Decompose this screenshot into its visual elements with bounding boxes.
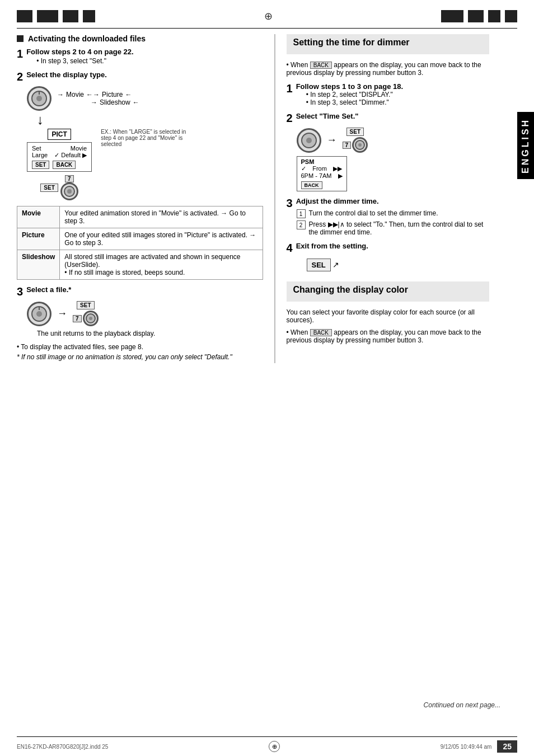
pict-screen: Set Movie Large ✓ Default ▶ SET BACK xyxy=(27,142,92,172)
svg-point-11 xyxy=(306,138,312,143)
dial-small-step3 xyxy=(83,311,99,326)
set-icon-left: SET xyxy=(40,184,58,192)
desc-picture: One of your edited still images stored i… xyxy=(60,228,263,250)
num-7-btn: 7 xyxy=(65,175,74,182)
top-bar-rect-r3 xyxy=(488,10,500,22)
left-section-title: Activating the downloaded files xyxy=(28,34,146,43)
dial-small-r2 xyxy=(352,137,368,153)
num-7-r2: 7 xyxy=(343,142,352,149)
top-bar-left xyxy=(17,10,95,22)
set-r2: SET 7 xyxy=(343,128,368,153)
dt-arrow1: → xyxy=(57,91,64,98)
r2-arrow: → xyxy=(327,134,337,146)
bottom-info: EN16-27KD-AR870G820[J]2.indd 25 ⊕ 9/12/0… xyxy=(0,737,534,756)
display-color-section: Changing the display color You can selec… xyxy=(287,281,490,344)
dimmer-title: Setting the time for dimmer xyxy=(293,37,483,48)
dimmer-intro: • When BACK appears on the display, you … xyxy=(287,61,490,77)
dt-arrow5: ← xyxy=(133,98,139,106)
set-area-step3: SET 7 xyxy=(73,301,99,326)
bottom-date: 9/12/05 10:49:44 am xyxy=(441,744,492,750)
r-step2-number: 2 xyxy=(287,112,293,124)
back-btn-pict: BACK xyxy=(53,161,76,169)
sub-num-2: 2 xyxy=(297,220,306,229)
r-step2-title: Select "Time Set." xyxy=(296,112,359,120)
r-step1-sub2: • In step 3, select "Dimmer." xyxy=(306,98,489,106)
bottom-compass: ⊕ xyxy=(269,741,280,752)
pict-label: PICT xyxy=(48,129,71,140)
bottom-bar: EN16-27KD-AR870G820[J]2.indd 25 ⊕ 9/12/0… xyxy=(0,736,534,756)
num-7-step3: 7 xyxy=(73,315,82,322)
dial-small xyxy=(60,182,78,200)
psm-label: PSM xyxy=(301,158,343,165)
top-bar-rect-r4 xyxy=(505,10,517,22)
step1-title: Follow steps 2 to 4 on page 22. xyxy=(26,48,133,56)
right-step-1: 1 Follow steps 1 to 3 on page 18. • In s… xyxy=(287,82,490,106)
sub-num-1: 1 xyxy=(297,209,306,218)
left-step-2: 2 Select the display type. xyxy=(17,71,263,280)
back-button-inline: BACK xyxy=(310,62,332,69)
type-picture: Picture xyxy=(17,228,60,250)
top-bar-center: ⊕ xyxy=(95,10,441,22)
note2: * If no still image or no animation is s… xyxy=(17,353,263,361)
step3-title: Select a file.* xyxy=(26,285,71,294)
top-bar: ⊕ xyxy=(0,0,534,28)
psm-checkmark: ✓ xyxy=(301,165,306,172)
table-row: Movie Your edited animation stored in "M… xyxy=(17,206,263,228)
set-area-step2: PICT Set Movie Large ✓ Default ▶ xyxy=(27,129,92,200)
right-step-2: 2 Select "Time Set." → SET xyxy=(287,112,490,191)
pict-screen-movie: Movie xyxy=(71,145,87,152)
left-step-1: 1 Follow steps 2 to 4 on page 22. • In s… xyxy=(17,48,263,65)
r-step1-title: Follow steps 1 to 3 on page 18. xyxy=(296,82,403,91)
main-content: Activating the downloaded files 1 Follow… xyxy=(0,29,534,363)
set-btn-pict: SET xyxy=(32,161,49,169)
dimmer-section-header: Setting the time for dimmer xyxy=(287,34,490,54)
column-divider xyxy=(274,34,275,363)
table-row: Picture One of your edited still images … xyxy=(17,228,263,250)
svg-point-1 xyxy=(36,96,42,101)
r-step3-number: 3 xyxy=(287,197,293,209)
color-title: Changing the display color xyxy=(293,285,483,295)
r-step1-sub1: • In step 2, select "DISPLAY." xyxy=(306,91,489,98)
r-step3-sub1: 1 Turn the control dial to set the dimme… xyxy=(297,209,490,218)
intro-prefix: • When xyxy=(287,61,308,69)
desc-slideshow: All stored still images are activated an… xyxy=(60,250,263,280)
slideshow-label: Slideshow xyxy=(100,98,130,106)
page-number: 25 xyxy=(497,740,517,753)
right-column: Setting the time for dimmer • When BACK … xyxy=(287,34,518,363)
right-step-4: 4 Exit from the setting. SEL ↗ xyxy=(287,242,490,274)
pict-screen-large: Large xyxy=(32,152,48,159)
set-btn-step3: SET xyxy=(77,301,94,309)
pict-screen-default: ✓ Default ▶ xyxy=(54,152,87,159)
sel-area: SEL ↗ xyxy=(297,256,490,274)
desc-movie: Your edited animation stored in "Movie" … xyxy=(60,206,263,228)
type-slideshow: Slideshow xyxy=(17,250,60,280)
r-step4-title: Exit from the setting. xyxy=(296,242,368,250)
step3-return-text: The unit returns to the playback display… xyxy=(37,330,263,337)
psm-ff: ▶▶ xyxy=(333,165,342,172)
top-bar-right xyxy=(441,10,517,22)
step2-title: Select the display type. xyxy=(26,71,107,79)
step3-number: 3 xyxy=(17,285,23,298)
color-note-prefix: • When xyxy=(287,328,308,336)
step3-arrow: → xyxy=(57,308,67,320)
english-label: ENGLISH xyxy=(517,112,534,179)
dt-arrow3: ← xyxy=(125,91,132,98)
dial-icon-step2 xyxy=(27,86,51,111)
right-step-3: 3 Adjust the dimmer time. 1 Turn the con… xyxy=(287,197,490,236)
psm-screen: PSM ✓ From ▶▶ 6PM - 7AM ▶ BACK xyxy=(297,156,347,191)
dial-r2 xyxy=(297,128,321,153)
svg-point-6 xyxy=(36,311,42,317)
continued-text: Continued on next page... xyxy=(424,701,500,709)
picture-label: Picture xyxy=(102,91,123,98)
section-bullet xyxy=(17,35,24,42)
sel-arrow: ↗ xyxy=(332,260,339,269)
top-bar-rect-4 xyxy=(83,10,95,22)
back-btn-color: BACK xyxy=(310,329,332,336)
top-bar-rect-3 xyxy=(63,10,78,22)
svg-point-13 xyxy=(358,143,362,147)
type-table: Movie Your edited animation stored in "M… xyxy=(17,206,263,280)
r-step3-title: Adjust the dimmer time. xyxy=(296,197,379,205)
display-type-diagram: → Movie ←→ Picture ← → Slideshow ← xyxy=(27,86,263,200)
svg-point-9 xyxy=(89,317,92,320)
left-column: Activating the downloaded files 1 Follow… xyxy=(17,34,263,363)
